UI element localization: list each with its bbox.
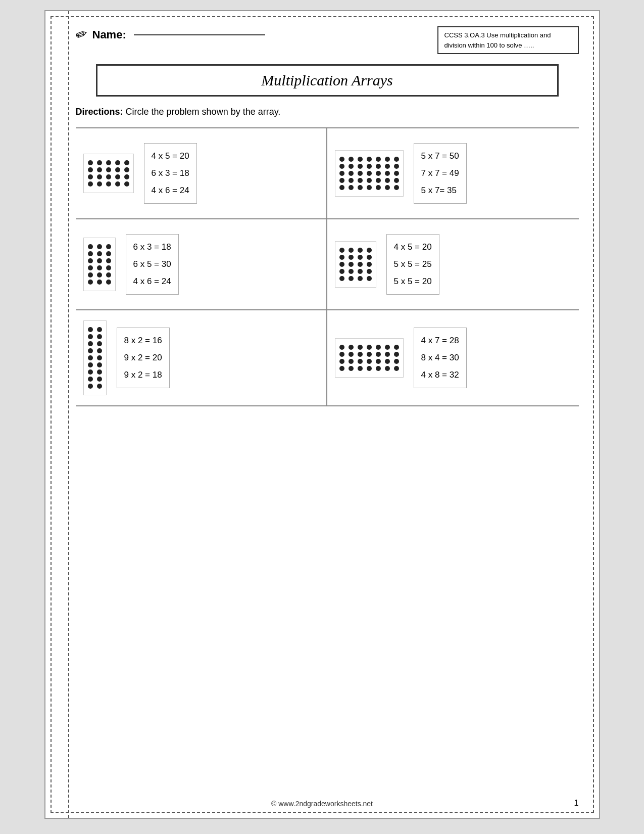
dot xyxy=(97,251,102,256)
website-text: © www.2ndgradeworksheets.net xyxy=(271,800,373,808)
problems-grid: 4 x 5 = 206 x 3 = 184 x 6 = 24 5 x 7 = 5… xyxy=(76,127,579,406)
dot-row xyxy=(339,185,399,190)
dot xyxy=(88,341,93,346)
dot-row xyxy=(88,334,102,339)
dot-row xyxy=(88,265,111,270)
dot xyxy=(358,262,363,267)
dot-row xyxy=(339,157,399,162)
dot xyxy=(97,272,102,277)
dot xyxy=(97,348,102,353)
option-item: 4 x 6 = 24 xyxy=(133,273,171,290)
dot xyxy=(97,160,102,165)
dot xyxy=(385,157,390,162)
problem-2: 5 x 7 = 507 x 7 = 495 x 7= 35 xyxy=(327,128,579,219)
dot xyxy=(376,366,381,371)
dot xyxy=(97,384,102,389)
dot xyxy=(339,269,344,274)
dot xyxy=(88,174,93,179)
dot xyxy=(106,258,111,263)
dot xyxy=(97,258,102,263)
dot xyxy=(88,327,93,332)
dot-row xyxy=(339,345,399,350)
dot xyxy=(339,178,344,183)
dot xyxy=(349,359,354,364)
dot xyxy=(88,167,93,172)
directions-text: Circle the problem shown by the array. xyxy=(126,107,281,117)
page-number: 1 xyxy=(574,799,579,808)
dot xyxy=(367,178,372,183)
option-item: 4 x 7 = 28 xyxy=(421,332,459,349)
dot xyxy=(358,157,363,162)
directions: Directions: Circle the problem shown by … xyxy=(76,107,579,117)
dot xyxy=(358,366,363,371)
dot xyxy=(358,345,363,350)
dot-row xyxy=(88,384,102,389)
dot-row xyxy=(339,255,372,260)
dot xyxy=(367,171,372,176)
dot xyxy=(124,160,129,165)
dot xyxy=(106,251,111,256)
dot xyxy=(97,244,102,249)
dot xyxy=(106,160,111,165)
dot xyxy=(376,345,381,350)
dot xyxy=(88,280,93,285)
dot xyxy=(349,276,354,281)
dot xyxy=(88,244,93,249)
dot xyxy=(339,345,344,350)
dot xyxy=(349,185,354,190)
dot xyxy=(97,167,102,172)
array-1 xyxy=(83,154,134,193)
dot xyxy=(115,174,120,179)
option-item: 9 x 2 = 18 xyxy=(124,366,162,384)
dot xyxy=(88,265,93,270)
options-2: 5 x 7 = 507 x 7 = 495 x 7= 35 xyxy=(414,143,467,204)
dot xyxy=(97,369,102,375)
dot xyxy=(394,359,399,364)
dot xyxy=(367,255,372,260)
dot xyxy=(367,366,372,371)
dot-row xyxy=(88,355,102,360)
dot xyxy=(97,181,102,187)
dot xyxy=(376,178,381,183)
dot xyxy=(88,348,93,353)
option-item: 5 x 7= 35 xyxy=(421,182,459,199)
option-item: 7 x 7 = 49 xyxy=(421,165,459,182)
dot xyxy=(88,160,93,165)
dot xyxy=(376,352,381,357)
name-line xyxy=(134,34,265,35)
dot-row xyxy=(88,258,111,263)
option-item: 6 x 3 = 18 xyxy=(152,165,189,182)
problem-3: 6 x 3 = 186 x 5 = 304 x 6 = 24 xyxy=(76,219,327,310)
dot xyxy=(376,359,381,364)
dot xyxy=(88,258,93,263)
dot xyxy=(97,355,102,360)
dot xyxy=(358,352,363,357)
option-item: 5 x 7 = 50 xyxy=(421,148,459,165)
dot xyxy=(367,248,372,253)
option-item: 8 x 4 = 30 xyxy=(421,349,459,366)
options-1: 4 x 5 = 206 x 3 = 184 x 6 = 24 xyxy=(144,143,197,204)
dot xyxy=(124,167,129,172)
dot xyxy=(97,341,102,346)
dot xyxy=(88,377,93,382)
dot-row xyxy=(88,251,111,256)
dot xyxy=(394,178,399,183)
dot xyxy=(349,164,354,169)
option-item: 5 x 5 = 20 xyxy=(394,273,432,290)
dot xyxy=(106,265,111,270)
dot xyxy=(358,359,363,364)
dot xyxy=(339,352,344,357)
header: ✏ Name: CCSS 3.OA.3 Use multiplication a… xyxy=(76,26,579,54)
dot xyxy=(358,185,363,190)
dot xyxy=(385,178,390,183)
dot-row xyxy=(88,244,111,249)
standard-box: CCSS 3.OA.3 Use multiplication and divis… xyxy=(437,26,579,54)
array-6 xyxy=(335,338,404,378)
dot xyxy=(376,171,381,176)
dot xyxy=(394,164,399,169)
dot-row xyxy=(339,276,372,281)
dot xyxy=(88,251,93,256)
dot xyxy=(358,255,363,260)
dot xyxy=(394,352,399,357)
dot-row xyxy=(339,262,372,267)
